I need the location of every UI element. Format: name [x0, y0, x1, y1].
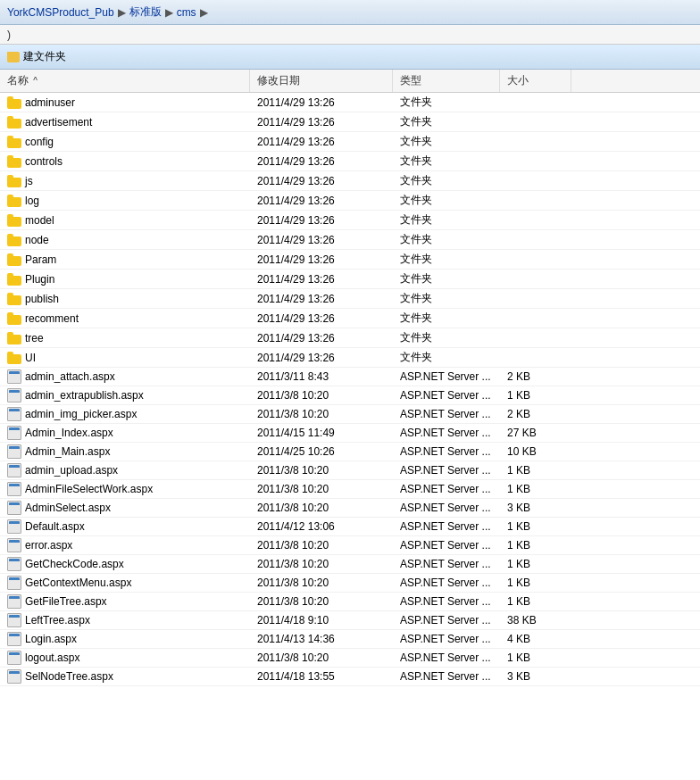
file-name-cell: admin_attach.aspx	[0, 368, 250, 386]
table-row[interactable]: GetFileTree.aspx 2011/3/8 10:20 ASP.NET …	[0, 593, 700, 611]
table-row[interactable]: admin_img_picker.aspx 2011/3/8 10:20 ASP…	[0, 405, 700, 424]
create-folder-button[interactable]: 建文件夹	[7, 49, 66, 64]
file-size: 1 KB	[500, 650, 571, 666]
file-name-cell: AdminSelect.aspx	[0, 499, 250, 517]
table-row[interactable]: admin_extrapublish.aspx 2011/3/8 10:20 A…	[0, 386, 700, 405]
table-row[interactable]: AdminFileSelectWork.aspx 2011/3/8 10:20 …	[0, 480, 700, 499]
table-row[interactable]: node 2011/4/29 13:26 文件夹	[0, 230, 700, 250]
file-name-cell: Default.aspx	[0, 518, 250, 535]
aspx-icon	[7, 613, 21, 627]
file-extra	[571, 278, 607, 281]
table-row[interactable]: Default.aspx 2011/4/12 13:06 ASP.NET Ser…	[0, 518, 700, 536]
table-row[interactable]: Admin_Main.aspx 2011/4/25 10:26 ASP.NET …	[0, 443, 700, 461]
file-name: UI	[25, 352, 36, 364]
file-modified: 2011/4/18 9:10	[250, 612, 393, 628]
file-name-cell: node	[0, 232, 250, 248]
file-name: Plugin	[25, 273, 54, 286]
file-size	[500, 179, 571, 183]
table-row[interactable]: logout.aspx 2011/3/8 10:20 ASP.NET Serve…	[0, 649, 700, 668]
file-size: 1 KB	[500, 519, 571, 535]
col-header-size[interactable]: 大小	[500, 70, 571, 92]
table-row[interactable]: model 2011/4/29 13:26 文件夹	[0, 211, 700, 230]
action-bar: 建文件夹	[0, 45, 700, 70]
file-modified: 2011/3/8 10:20	[250, 593, 393, 610]
file-type: ASP.NET Server ...	[393, 519, 500, 535]
folder-icon	[7, 195, 21, 207]
file-extra	[571, 297, 607, 301]
file-type: ASP.NET Server ...	[393, 444, 500, 460]
table-row[interactable]: GetCheckCode.aspx 2011/3/8 10:20 ASP.NET…	[0, 555, 700, 574]
folder-icon	[7, 136, 21, 148]
table-row[interactable]: Login.aspx 2011/4/13 14:36 ASP.NET Serve…	[0, 630, 700, 649]
aspx-icon	[7, 444, 21, 459]
table-row[interactable]: AdminSelect.aspx 2011/3/8 10:20 ASP.NET …	[0, 499, 700, 518]
table-row[interactable]: admin_upload.aspx 2011/3/8 10:20 ASP.NET…	[0, 461, 700, 480]
file-size	[500, 336, 571, 340]
file-type: ASP.NET Server ...	[393, 612, 500, 628]
file-name: Admin_Index.aspx	[25, 427, 113, 439]
file-modified: 2011/4/29 13:26	[250, 114, 393, 130]
file-extra	[571, 506, 607, 510]
table-row[interactable]: GetContextMenu.aspx 2011/3/8 10:20 ASP.N…	[0, 574, 700, 593]
file-modified: 2011/4/29 13:26	[250, 350, 393, 366]
table-row[interactable]: controls 2011/4/29 13:26 文件夹	[0, 152, 700, 171]
file-extra	[571, 656, 607, 660]
file-extra	[571, 356, 607, 360]
table-row[interactable]: publish 2011/4/29 13:26 文件夹	[0, 289, 700, 309]
aspx-icon	[7, 651, 21, 665]
file-list-container[interactable]: 名称 ^ 修改日期 类型 大小 adminuser 2011/4/29 13:2…	[0, 70, 700, 780]
table-row[interactable]: LeftTree.aspx 2011/4/18 9:10 ASP.NET Ser…	[0, 611, 700, 630]
file-type: ASP.NET Server ...	[393, 631, 500, 647]
address-part-2[interactable]: 标准版	[129, 4, 162, 20]
table-row[interactable]: Param 2011/4/29 13:26 文件夹	[0, 250, 700, 270]
file-size: 2 KB	[500, 406, 571, 422]
file-modified: 2011/4/12 13:06	[250, 519, 393, 535]
table-row[interactable]: tree 2011/4/29 13:26 文件夹	[0, 328, 700, 348]
file-modified: 2011/3/8 10:20	[250, 481, 393, 497]
file-size: 10 KB	[500, 444, 571, 460]
address-arrow: ▶	[200, 6, 208, 19]
file-extra	[571, 101, 607, 104]
file-name-cell: logout.aspx	[0, 649, 250, 667]
sort-arrow-icon: ^	[33, 76, 38, 86]
file-name-cell: admin_upload.aspx	[0, 461, 250, 479]
file-size	[500, 238, 571, 242]
file-name-cell: recomment	[0, 311, 250, 327]
address-part-1[interactable]: YorkCMSProduct_Pub	[7, 6, 114, 19]
table-row[interactable]: adminuser 2011/4/29 13:26 文件夹	[0, 93, 700, 112]
folder-icon	[7, 155, 21, 168]
file-name-cell: Plugin	[0, 271, 250, 287]
col-header-type[interactable]: 类型	[393, 70, 500, 92]
toolbar-text: )	[7, 29, 11, 41]
file-extra	[571, 431, 607, 435]
col-header-modified[interactable]: 修改日期	[250, 70, 393, 92]
file-modified: 2011/3/8 10:20	[250, 462, 393, 478]
file-type: 文件夹	[393, 211, 500, 229]
file-modified: 2011/4/29 13:26	[250, 95, 393, 111]
table-row[interactable]: SelNodeTree.aspx 2011/4/18 13:55 ASP.NET…	[0, 668, 700, 686]
address-part-3[interactable]: cms	[177, 6, 196, 19]
file-modified: 2011/3/8 10:20	[250, 500, 393, 516]
table-row[interactable]: UI 2011/4/29 13:26 文件夹	[0, 348, 700, 368]
file-modified: 2011/4/29 13:26	[250, 173, 393, 189]
file-name-cell: Param	[0, 252, 250, 268]
table-row[interactable]: Plugin 2011/4/29 13:26 文件夹	[0, 270, 700, 289]
table-row[interactable]: js 2011/4/29 13:26 文件夹	[0, 171, 700, 191]
file-type: 文件夹	[393, 112, 500, 131]
table-row[interactable]: recomment 2011/4/29 13:26 文件夹	[0, 309, 700, 328]
table-row[interactable]: error.aspx 2011/3/8 10:20 ASP.NET Server…	[0, 536, 700, 555]
table-row[interactable]: admin_attach.aspx 2011/3/11 8:43 ASP.NET…	[0, 368, 700, 386]
file-extra	[571, 450, 607, 453]
col-header-name[interactable]: 名称 ^	[0, 70, 250, 92]
file-size	[500, 160, 571, 163]
table-row[interactable]: advertisement 2011/4/29 13:26 文件夹	[0, 112, 700, 132]
file-size	[500, 258, 571, 261]
folder-icon	[7, 214, 21, 227]
file-modified: 2011/3/8 10:20	[250, 387, 393, 403]
table-row[interactable]: log 2011/4/29 13:26 文件夹	[0, 191, 700, 211]
table-row[interactable]: Admin_Index.aspx 2011/4/15 11:49 ASP.NET…	[0, 424, 700, 443]
file-modified: 2011/4/29 13:26	[250, 291, 393, 307]
file-name: LeftTree.aspx	[25, 614, 90, 626]
file-name: model	[25, 214, 54, 227]
table-row[interactable]: config 2011/4/29 13:26 文件夹	[0, 132, 700, 152]
